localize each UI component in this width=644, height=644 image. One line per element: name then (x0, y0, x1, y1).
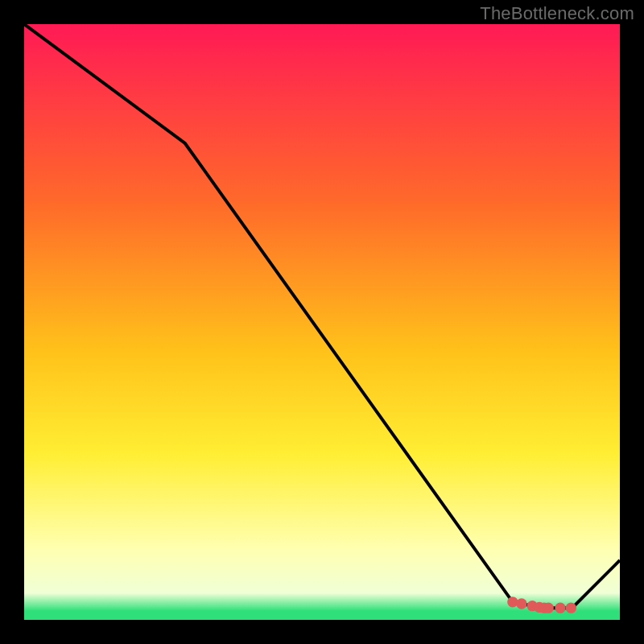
plot-area (24, 24, 620, 620)
watermark-text: TheBottleneck.com (480, 3, 634, 24)
optimal-marker-dot (566, 603, 576, 613)
chart-svg (24, 24, 620, 620)
chart-frame: TheBottleneck.com (0, 0, 644, 644)
optimal-marker-dot (516, 598, 526, 609)
optimal-marker-dot (543, 603, 554, 613)
optimal-marker-dot (555, 603, 565, 613)
bottleneck-curve (24, 24, 620, 608)
optimal-markers (507, 597, 576, 613)
optimal-marker-dot (507, 597, 518, 607)
